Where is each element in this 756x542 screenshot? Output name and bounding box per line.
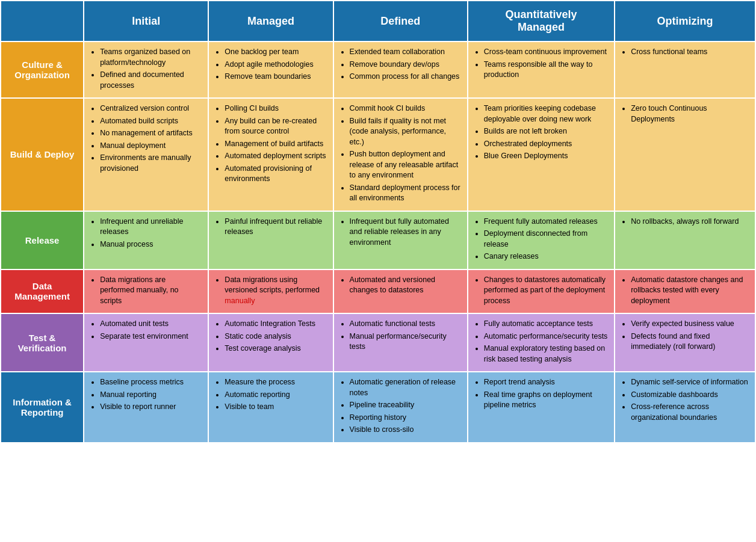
list-item: Standard deployment process for all envi… [350, 183, 461, 204]
list-item: Pipeline traceability [350, 400, 461, 411]
row-test: Test & VerificationAutomated unit testsS… [1, 313, 755, 372]
header-initial: Initial [84, 1, 208, 42]
list-item: Verify expected business value [631, 319, 749, 330]
list-item: Data migrations using versioned scripts,… [225, 275, 326, 307]
list-item: Remove team boundaries [225, 72, 326, 82]
list-item: Dynamic self-service of information [631, 377, 749, 388]
cell-build-col4: Team priorities keeping codebase deploya… [468, 98, 615, 211]
cell-test-col5: Verify expected business valueDefects fo… [615, 313, 755, 372]
row-label-culture: Culture & Organization [1, 42, 84, 98]
list-item: Teams organized based on platform/techno… [100, 47, 202, 68]
row-culture: Culture & OrganizationTeams organized ba… [1, 42, 755, 98]
header-managed: Managed [208, 1, 333, 42]
list-item: Infrequent but fully automated and relia… [350, 217, 461, 248]
list-item: Team priorities keeping codebase deploya… [484, 103, 608, 125]
list-item: Separate test environment [100, 331, 202, 342]
cell-release-col3: Infrequent but fully automated and relia… [333, 211, 468, 269]
list-item: Push button deployment and release of an… [350, 149, 461, 181]
cell-build-col1: Centralized version controlAutomated bui… [84, 98, 208, 211]
cell-data-col4: Changes to datastores automatically perf… [468, 269, 615, 314]
cell-culture-col2: One backlog per teamAdopt agile methodol… [208, 42, 333, 98]
list-item: Manual deployment [100, 141, 202, 152]
list-item: Automatic datastore changes and rollback… [631, 275, 749, 307]
list-item: One backlog per team [225, 47, 326, 58]
cell-test-col1: Automated unit testsSeparate test enviro… [84, 313, 208, 372]
header-quant-managed: Quantitatively Managed [468, 1, 615, 42]
list-item: Automatic reporting [225, 390, 326, 401]
cell-culture-col4: Cross-team continuous improvementTeams r… [468, 42, 615, 98]
cell-data-col1: Data migrations are performed manually, … [84, 269, 208, 314]
list-item: Test coverage analysis [225, 343, 326, 354]
list-item: Changes to datastores automatically perf… [484, 275, 608, 307]
list-item: Teams responsible all the way to product… [484, 60, 608, 81]
row-build: Build & DeployCentralized version contro… [1, 98, 755, 211]
cell-build-col2: Polling CI buildsAny build can be re-cre… [208, 98, 333, 211]
list-item: Visible to report runner [100, 402, 202, 413]
list-item: Cross functional teams [631, 47, 749, 58]
list-item: Static code analysis [225, 331, 326, 342]
list-item: Build fails if quality is not met (code … [350, 116, 461, 148]
row-data: Data ManagementData migrations are perfo… [1, 269, 755, 314]
list-item: Visible to team [225, 402, 326, 413]
cell-test-col3: Automatic functional testsManual perform… [333, 313, 468, 372]
cell-info-col4: Report trend analysisReal time graphs on… [468, 372, 615, 443]
cell-info-col3: Automatic generation of release notesPip… [333, 372, 468, 443]
row-info: Information & ReportingBaseline process … [1, 372, 755, 443]
list-item: Centralized version control [100, 103, 202, 114]
header-defined: Defined [333, 1, 468, 42]
cell-release-col4: Frequent fully automated releasesDeploym… [468, 211, 615, 269]
cell-info-col2: Measure the processAutomatic reportingVi… [208, 372, 333, 443]
list-item: Deployment disconnected from release [484, 229, 608, 250]
list-item: Extended team collaboration [350, 47, 461, 58]
row-label-test: Test & Verification [1, 313, 84, 372]
cell-info-col5: Dynamic self-service of informationCusto… [615, 372, 755, 443]
list-item: Zero touch Continuous Deployments [631, 103, 749, 125]
list-item: Automated provisioning of environments [225, 164, 326, 185]
list-item: Defined and documented processes [100, 70, 202, 91]
list-item: Automatic performance/security tests [484, 331, 608, 342]
row-label-data: Data Management [1, 269, 84, 314]
list-item: No management of artifacts [100, 128, 202, 139]
list-item: Automatic functional tests [350, 319, 461, 330]
cell-build-col5: Zero touch Continuous Deployments [615, 98, 755, 211]
list-item: Orchestrated deployments [484, 139, 608, 150]
header-empty [1, 1, 84, 42]
list-item: Manual performance/security tests [350, 331, 461, 353]
list-item: Remove boundary dev/ops [350, 60, 461, 70]
list-item: Canary releases [484, 251, 608, 262]
header-row: Initial Managed Defined Quantitatively M… [1, 1, 755, 42]
list-item: Polling CI builds [225, 103, 326, 114]
list-item: Automatic Integration Tests [225, 319, 326, 330]
list-item: Manual process [100, 239, 202, 250]
cell-data-col2: Data migrations using versioned scripts,… [208, 269, 333, 314]
list-item: Blue Green Deployments [484, 151, 608, 162]
row-label-release: Release [1, 211, 84, 269]
maturity-matrix-table: Initial Managed Defined Quantitatively M… [0, 0, 756, 443]
list-item: Defects found and fixed immediately (rol… [631, 331, 749, 353]
cell-build-col3: Commit hook CI buildsBuild fails if qual… [333, 98, 468, 211]
row-label-info: Information & Reporting [1, 372, 84, 443]
list-item: Cross-team continuous improvement [484, 47, 608, 58]
cell-release-col1: Infrequent and unreliable releasesManual… [84, 211, 208, 269]
list-item: Common process for all changes [350, 72, 461, 82]
list-item: Manual exploratory testing based on risk… [484, 343, 608, 365]
list-item: Any build can be re-created from source … [225, 116, 326, 137]
list-item: Reporting history [350, 413, 461, 423]
list-item: Automated and versioned changes to datas… [350, 275, 461, 296]
list-item: Infrequent and unreliable releases [100, 217, 202, 238]
list-item: Customizable dashboards [631, 390, 749, 401]
cell-release-col5: No rollbacks, always roll forward [615, 211, 755, 269]
list-item: No rollbacks, always roll forward [631, 217, 749, 227]
header-optimizing: Optimizing [615, 1, 755, 42]
list-item: Measure the process [225, 377, 326, 388]
cell-info-col1: Baseline process metricsManual reporting… [84, 372, 208, 443]
list-item: Management of build artifacts [225, 139, 326, 150]
list-item: Automatic generation of release notes [350, 377, 461, 398]
cell-data-col3: Automated and versioned changes to datas… [333, 269, 468, 314]
list-item: Environments are manually provisioned [100, 153, 202, 174]
list-item: Automated unit tests [100, 319, 202, 330]
list-item: Frequent fully automated releases [484, 217, 608, 227]
list-item: Adopt agile methodologies [225, 60, 326, 70]
list-item: Fully automatic acceptance tests [484, 319, 608, 330]
cell-culture-col3: Extended team collaborationRemove bounda… [333, 42, 468, 98]
